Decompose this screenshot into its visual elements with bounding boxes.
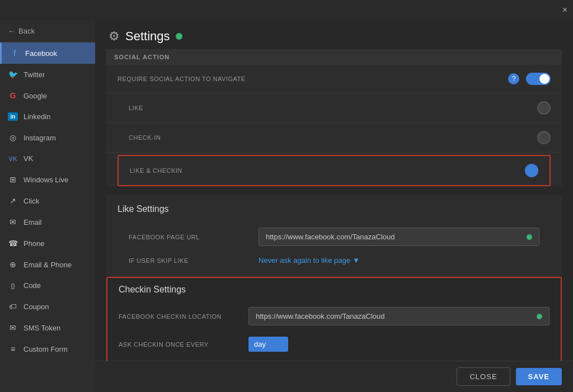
linkedin-icon: in: [8, 112, 18, 121]
like-option-row: Like: [106, 93, 562, 123]
like-checkin-highlighted: Like & Checkin: [118, 155, 551, 186]
instagram-icon: ◎: [8, 133, 18, 142]
checkin-frequency-dropdown-wrap: day week month never: [248, 337, 288, 352]
back-button[interactable]: ← Back: [0, 20, 95, 42]
checkin-frequency-select[interactable]: day week month never: [248, 337, 288, 352]
sidebar-label-email-phone: Email & Phone: [24, 261, 72, 269]
sidebar-item-click[interactable]: ↗ Click: [0, 190, 95, 211]
like-option-label: Like: [129, 105, 537, 111]
like-settings-container: Like Settings Facebook Page URL If User …: [106, 195, 562, 277]
require-social-label: Require Social Action to Navigate: [118, 75, 508, 82]
back-label: Back: [18, 27, 35, 35]
status-indicator: [176, 33, 182, 40]
sidebar-label-facebook: Facebook: [25, 49, 57, 58]
sms-icon: ✉: [8, 323, 18, 332]
window-close-button[interactable]: ×: [562, 5, 567, 15]
email-phone-icon: ⊕: [8, 260, 18, 269]
require-social-controls: ?: [508, 73, 551, 85]
checkin-location-input[interactable]: [256, 312, 532, 320]
never-ask-again-link[interactable]: Never ask again to like page ▼: [259, 256, 360, 265]
like-settings-section: Like Settings Facebook Page URL If User …: [106, 195, 562, 277]
windows-live-icon: ⊞: [8, 175, 18, 184]
sidebar-label-instagram: Instagram: [24, 134, 56, 142]
sidebar: ← Back f Facebook 🐦 Twitter G Google in …: [0, 20, 95, 392]
sidebar-label-linkedin: Linkedin: [24, 112, 50, 121]
like-checkin-radio[interactable]: [525, 164, 538, 177]
never-ask-again-text: Never ask again to like page: [259, 256, 350, 265]
checkin-settings-title: Checkin Settings: [119, 285, 549, 295]
email-icon: ✉: [8, 218, 18, 226]
sidebar-item-facebook[interactable]: f Facebook: [0, 42, 95, 64]
footer: CLOSE SAVE: [95, 361, 573, 392]
sidebar-label-vk: VK: [24, 154, 33, 163]
facebook-page-url-input[interactable]: [266, 233, 522, 241]
sidebar-label-windows-live: Windows Live: [24, 176, 68, 184]
sidebar-item-email-phone[interactable]: ⊕ Email & Phone: [0, 254, 95, 275]
sidebar-item-phone[interactable]: ☎ Phone: [0, 233, 95, 254]
sidebar-label-twitter: Twitter: [24, 70, 45, 79]
page-header: ⚙ Settings: [95, 20, 573, 49]
sidebar-item-linkedin[interactable]: in Linkedin: [0, 106, 95, 127]
like-checkin-option-label: Like & Checkin: [130, 167, 525, 174]
sidebar-item-coupon[interactable]: 🏷 Coupon: [0, 296, 95, 317]
twitter-icon: 🐦: [8, 70, 18, 79]
sidebar-label-email: Email: [24, 218, 42, 226]
checkin-radio[interactable]: [537, 131, 551, 144]
sidebar-item-code[interactable]: {} Code: [0, 275, 95, 296]
sidebar-item-twitter[interactable]: 🐦 Twitter: [0, 64, 95, 85]
checkin-settings-section: Checkin Settings Facebook Checkin Locati…: [106, 277, 562, 361]
checkin-frequency-row: Ask Checkin Once Every day week month ne…: [107, 331, 561, 361]
checkin-url-status-dot: [537, 314, 542, 319]
sidebar-label-phone: Phone: [24, 239, 45, 248]
back-arrow-icon: ←: [8, 27, 15, 35]
sidebar-item-sms-token[interactable]: ✉ SMS Token: [0, 317, 95, 338]
content-area: ⚙ Settings Social Action Require Social …: [95, 20, 573, 392]
sidebar-item-email[interactable]: ✉ Email: [0, 211, 95, 233]
sidebar-item-instagram[interactable]: ◎ Instagram: [0, 127, 95, 148]
checkin-location-label: Facebook Checkin Location: [119, 313, 242, 320]
custom-form-icon: ≡: [8, 344, 18, 353]
page-title: Settings: [125, 29, 170, 44]
facebook-page-url-row: Facebook Page URL: [118, 222, 551, 252]
checkin-location-row: Facebook Checkin Location: [107, 301, 561, 331]
social-action-header: Social Action: [106, 49, 562, 65]
facebook-page-url-input-wrap: [259, 228, 539, 246]
require-social-toggle[interactable]: [526, 73, 551, 85]
sidebar-label-coupon: Coupon: [24, 303, 49, 311]
sidebar-item-vk[interactable]: VK VK: [0, 148, 95, 169]
skip-link-arrow: ▼: [353, 256, 360, 265]
require-social-help-icon[interactable]: ?: [508, 73, 519, 84]
main-layout: ← Back f Facebook 🐦 Twitter G Google in …: [0, 20, 573, 392]
click-icon: ↗: [8, 196, 18, 205]
gear-icon: ⚙: [109, 29, 120, 44]
facebook-page-url-label: Facebook Page URL: [129, 234, 252, 240]
sidebar-item-windows-live[interactable]: ⊞ Windows Live: [0, 169, 95, 190]
checkin-option-label: Check-In: [129, 134, 537, 141]
coupon-icon: 🏷: [8, 302, 18, 311]
code-icon: {}: [8, 282, 18, 289]
url-status-dot: [527, 234, 532, 240]
sidebar-label-click: Click: [24, 197, 39, 205]
save-button[interactable]: SAVE: [516, 368, 562, 385]
sidebar-label-code: Code: [24, 281, 41, 290]
like-checkin-option-row: Like & Checkin: [119, 156, 549, 185]
checkin-location-input-wrap: [248, 307, 549, 325]
google-icon: G: [8, 91, 18, 100]
close-button[interactable]: CLOSE: [457, 367, 510, 386]
vk-icon: VK: [8, 155, 18, 162]
sidebar-label-sms-token: SMS Token: [24, 324, 60, 332]
phone-icon: ☎: [8, 239, 18, 248]
sidebar-label-google: Google: [24, 92, 47, 100]
content-scroll: Social Action Require Social Action to N…: [95, 49, 573, 361]
checkin-frequency-label: Ask Checkin Once Every: [119, 341, 242, 348]
sidebar-item-custom-form[interactable]: ≡ Custom Form: [0, 338, 95, 360]
like-radio[interactable]: [537, 101, 551, 115]
facebook-icon: f: [10, 49, 20, 58]
checkin-option-row: Check-In: [106, 123, 562, 153]
title-bar: ×: [0, 0, 573, 20]
like-settings-title: Like Settings: [118, 204, 551, 214]
sidebar-item-google[interactable]: G Google: [0, 85, 95, 106]
require-social-action-row: Require Social Action to Navigate ?: [106, 65, 562, 93]
social-action-title: Social Action: [114, 54, 170, 60]
skip-like-row: If User Skip Like Never ask again to lik…: [118, 252, 551, 272]
